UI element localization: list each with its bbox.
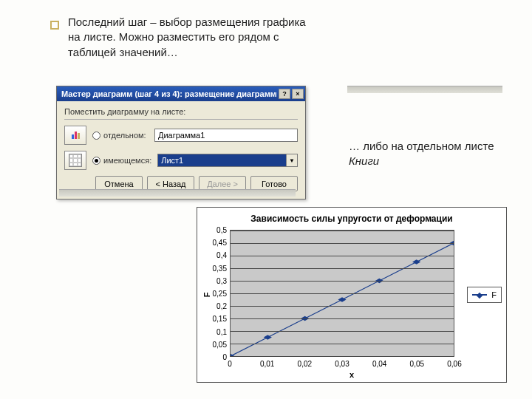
radio-separate-label: отдельном:: [103, 131, 146, 140]
slide-bullet-icon: [50, 21, 59, 30]
grid-line: [231, 293, 454, 294]
grid-line: [231, 331, 454, 332]
close-button[interactable]: ×: [292, 89, 304, 99]
y-tick-label: 0,35: [213, 264, 227, 272]
group-label: Поместить диаграмму на листе:: [64, 107, 298, 116]
y-tick-label: 0,15: [213, 315, 227, 323]
x-axis-label: x: [349, 370, 354, 379]
option-row-separate: отдельном: Диаграмма1: [64, 126, 298, 145]
x-tick-label: 0,01: [260, 360, 274, 368]
radio-existing-label: имеющемся:: [103, 156, 151, 165]
existing-sheet-value: Лист1: [158, 154, 286, 166]
y-tick-label: 0,1: [216, 327, 227, 335]
grid-line: [231, 344, 454, 344]
option-row-existing: имеющемся: Лист1 ▼: [64, 151, 298, 170]
y-tick-label: 0,05: [213, 340, 227, 348]
grid-line: [231, 281, 454, 282]
chart-sheet-icon: [64, 126, 86, 145]
y-tick-label: 0,3: [216, 276, 227, 284]
separate-sheet-input[interactable]: Диаграмма1: [154, 129, 298, 142]
aside-text: … либо на отдельном листе Книги: [349, 139, 497, 169]
x-tick-label: 0,04: [372, 360, 386, 368]
dialog-title: Мастер диаграмм (шаг 4 из 4): размещение…: [61, 89, 277, 98]
legend-swatch-icon: [472, 294, 487, 296]
grid-line: [231, 231, 454, 231]
grid-line: [231, 356, 454, 357]
radio-separate[interactable]: отдельном:: [92, 131, 149, 140]
grid-line: [231, 306, 454, 307]
x-tick-label: 0: [228, 360, 232, 368]
y-axis-label: F: [202, 293, 211, 298]
chart-body: 00,050,10,150,20,250,30,350,40,450,500,0…: [230, 230, 454, 357]
dialog-titlebar: Мастер диаграмм (шаг 4 из 4): размещение…: [57, 86, 305, 101]
y-tick-label: 0,5: [216, 226, 227, 234]
chart-title: Зависимость силы упругости от деформации: [197, 208, 506, 225]
legend-label: F: [491, 290, 497, 299]
intro-text: Последний шаг – выбор размещения графика…: [68, 15, 319, 60]
group-divider: [64, 119, 298, 120]
y-tick-label: 0: [222, 353, 227, 361]
grid-line: [231, 318, 454, 319]
worksheet-icon: [64, 151, 86, 170]
y-tick-label: 0,25: [213, 290, 227, 298]
plot-area: [230, 230, 454, 357]
chart-preview: Зависимость силы упругости от деформации…: [197, 207, 507, 383]
x-tick-label: 0,05: [410, 360, 424, 368]
legend: F: [467, 287, 502, 303]
y-tick-label: 0,2: [216, 302, 227, 310]
decorative-stripe: [59, 189, 296, 197]
existing-sheet-combo[interactable]: Лист1 ▼: [157, 154, 298, 167]
grid-line: [231, 268, 454, 269]
grid-line: [231, 256, 454, 256]
y-tick-label: 0,45: [213, 239, 227, 247]
chart-wizard-dialog: Мастер диаграмм (шаг 4 из 4): размещение…: [56, 86, 306, 200]
x-tick-label: 0,03: [335, 360, 349, 368]
y-tick-label: 0,4: [216, 251, 227, 259]
combo-arrow-icon[interactable]: ▼: [286, 154, 297, 166]
x-tick-label: 0,06: [447, 360, 461, 368]
grid-line: [231, 243, 454, 244]
help-button[interactable]: ?: [279, 89, 290, 99]
decorative-stripe: [347, 86, 502, 93]
radio-existing[interactable]: имеющемся:: [92, 156, 151, 165]
x-tick-label: 0,02: [298, 360, 312, 368]
